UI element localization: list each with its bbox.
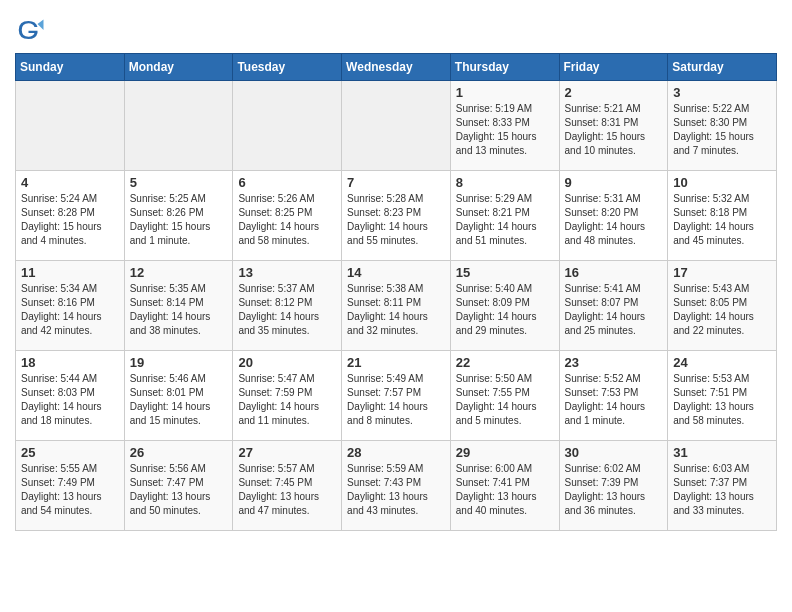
calendar-cell: 29Sunrise: 6:00 AM Sunset: 7:41 PM Dayli… [450,441,559,531]
day-info: Sunrise: 5:40 AM Sunset: 8:09 PM Dayligh… [456,282,554,338]
calendar-table: SundayMondayTuesdayWednesdayThursdayFrid… [15,53,777,531]
day-number: 25 [21,445,119,460]
calendar-cell: 12Sunrise: 5:35 AM Sunset: 8:14 PM Dayli… [124,261,233,351]
day-info: Sunrise: 5:46 AM Sunset: 8:01 PM Dayligh… [130,372,228,428]
day-number: 18 [21,355,119,370]
calendar-cell: 25Sunrise: 5:55 AM Sunset: 7:49 PM Dayli… [16,441,125,531]
day-number: 19 [130,355,228,370]
day-info: Sunrise: 5:37 AM Sunset: 8:12 PM Dayligh… [238,282,336,338]
day-info: Sunrise: 5:19 AM Sunset: 8:33 PM Dayligh… [456,102,554,158]
calendar-cell: 19Sunrise: 5:46 AM Sunset: 8:01 PM Dayli… [124,351,233,441]
day-number: 3 [673,85,771,100]
calendar-cell: 3Sunrise: 5:22 AM Sunset: 8:30 PM Daylig… [668,81,777,171]
day-info: Sunrise: 5:43 AM Sunset: 8:05 PM Dayligh… [673,282,771,338]
day-info: Sunrise: 5:55 AM Sunset: 7:49 PM Dayligh… [21,462,119,518]
day-info: Sunrise: 5:25 AM Sunset: 8:26 PM Dayligh… [130,192,228,248]
calendar-cell: 10Sunrise: 5:32 AM Sunset: 8:18 PM Dayli… [668,171,777,261]
day-number: 26 [130,445,228,460]
calendar-cell [342,81,451,171]
day-number: 16 [565,265,663,280]
calendar-cell: 15Sunrise: 5:40 AM Sunset: 8:09 PM Dayli… [450,261,559,351]
calendar-cell: 7Sunrise: 5:28 AM Sunset: 8:23 PM Daylig… [342,171,451,261]
day-info: Sunrise: 5:22 AM Sunset: 8:30 PM Dayligh… [673,102,771,158]
calendar-cell: 18Sunrise: 5:44 AM Sunset: 8:03 PM Dayli… [16,351,125,441]
calendar-cell: 28Sunrise: 5:59 AM Sunset: 7:43 PM Dayli… [342,441,451,531]
day-info: Sunrise: 6:02 AM Sunset: 7:39 PM Dayligh… [565,462,663,518]
header-cell-friday: Friday [559,54,668,81]
day-number: 1 [456,85,554,100]
day-info: Sunrise: 5:32 AM Sunset: 8:18 PM Dayligh… [673,192,771,248]
calendar-cell: 20Sunrise: 5:47 AM Sunset: 7:59 PM Dayli… [233,351,342,441]
day-number: 4 [21,175,119,190]
day-info: Sunrise: 5:44 AM Sunset: 8:03 PM Dayligh… [21,372,119,428]
calendar-cell: 17Sunrise: 5:43 AM Sunset: 8:05 PM Dayli… [668,261,777,351]
day-info: Sunrise: 5:50 AM Sunset: 7:55 PM Dayligh… [456,372,554,428]
day-number: 12 [130,265,228,280]
calendar-cell: 26Sunrise: 5:56 AM Sunset: 7:47 PM Dayli… [124,441,233,531]
calendar-cell: 14Sunrise: 5:38 AM Sunset: 8:11 PM Dayli… [342,261,451,351]
week-row-4: 18Sunrise: 5:44 AM Sunset: 8:03 PM Dayli… [16,351,777,441]
calendar-cell: 11Sunrise: 5:34 AM Sunset: 8:16 PM Dayli… [16,261,125,351]
day-number: 7 [347,175,445,190]
day-info: Sunrise: 5:38 AM Sunset: 8:11 PM Dayligh… [347,282,445,338]
day-number: 5 [130,175,228,190]
day-info: Sunrise: 5:26 AM Sunset: 8:25 PM Dayligh… [238,192,336,248]
header [15,10,777,45]
calendar-cell [16,81,125,171]
calendar-cell: 9Sunrise: 5:31 AM Sunset: 8:20 PM Daylig… [559,171,668,261]
day-info: Sunrise: 5:53 AM Sunset: 7:51 PM Dayligh… [673,372,771,428]
calendar-cell: 23Sunrise: 5:52 AM Sunset: 7:53 PM Dayli… [559,351,668,441]
day-number: 28 [347,445,445,460]
calendar-cell: 24Sunrise: 5:53 AM Sunset: 7:51 PM Dayli… [668,351,777,441]
calendar-cell: 2Sunrise: 5:21 AM Sunset: 8:31 PM Daylig… [559,81,668,171]
day-info: Sunrise: 5:21 AM Sunset: 8:31 PM Dayligh… [565,102,663,158]
day-info: Sunrise: 5:49 AM Sunset: 7:57 PM Dayligh… [347,372,445,428]
day-info: Sunrise: 5:24 AM Sunset: 8:28 PM Dayligh… [21,192,119,248]
header-cell-monday: Monday [124,54,233,81]
day-number: 9 [565,175,663,190]
day-number: 15 [456,265,554,280]
calendar-cell: 31Sunrise: 6:03 AM Sunset: 7:37 PM Dayli… [668,441,777,531]
week-row-2: 4Sunrise: 5:24 AM Sunset: 8:28 PM Daylig… [16,171,777,261]
calendar-cell [124,81,233,171]
day-info: Sunrise: 5:57 AM Sunset: 7:45 PM Dayligh… [238,462,336,518]
day-info: Sunrise: 5:52 AM Sunset: 7:53 PM Dayligh… [565,372,663,428]
day-number: 20 [238,355,336,370]
day-number: 2 [565,85,663,100]
day-info: Sunrise: 6:03 AM Sunset: 7:37 PM Dayligh… [673,462,771,518]
week-row-3: 11Sunrise: 5:34 AM Sunset: 8:16 PM Dayli… [16,261,777,351]
header-cell-sunday: Sunday [16,54,125,81]
day-info: Sunrise: 5:28 AM Sunset: 8:23 PM Dayligh… [347,192,445,248]
day-number: 24 [673,355,771,370]
day-info: Sunrise: 5:35 AM Sunset: 8:14 PM Dayligh… [130,282,228,338]
header-row: SundayMondayTuesdayWednesdayThursdayFrid… [16,54,777,81]
calendar-cell: 13Sunrise: 5:37 AM Sunset: 8:12 PM Dayli… [233,261,342,351]
day-info: Sunrise: 5:41 AM Sunset: 8:07 PM Dayligh… [565,282,663,338]
day-info: Sunrise: 5:56 AM Sunset: 7:47 PM Dayligh… [130,462,228,518]
calendar-cell: 8Sunrise: 5:29 AM Sunset: 8:21 PM Daylig… [450,171,559,261]
day-number: 8 [456,175,554,190]
day-number: 6 [238,175,336,190]
logo-icon [15,15,45,45]
calendar-cell: 6Sunrise: 5:26 AM Sunset: 8:25 PM Daylig… [233,171,342,261]
day-info: Sunrise: 5:31 AM Sunset: 8:20 PM Dayligh… [565,192,663,248]
day-number: 11 [21,265,119,280]
calendar-cell: 16Sunrise: 5:41 AM Sunset: 8:07 PM Dayli… [559,261,668,351]
header-cell-tuesday: Tuesday [233,54,342,81]
calendar-cell [233,81,342,171]
day-number: 31 [673,445,771,460]
day-number: 22 [456,355,554,370]
header-cell-wednesday: Wednesday [342,54,451,81]
calendar-cell: 22Sunrise: 5:50 AM Sunset: 7:55 PM Dayli… [450,351,559,441]
day-info: Sunrise: 5:29 AM Sunset: 8:21 PM Dayligh… [456,192,554,248]
day-number: 29 [456,445,554,460]
calendar-cell: 4Sunrise: 5:24 AM Sunset: 8:28 PM Daylig… [16,171,125,261]
calendar-cell: 5Sunrise: 5:25 AM Sunset: 8:26 PM Daylig… [124,171,233,261]
day-info: Sunrise: 5:47 AM Sunset: 7:59 PM Dayligh… [238,372,336,428]
calendar-cell: 1Sunrise: 5:19 AM Sunset: 8:33 PM Daylig… [450,81,559,171]
calendar-cell: 21Sunrise: 5:49 AM Sunset: 7:57 PM Dayli… [342,351,451,441]
day-number: 17 [673,265,771,280]
day-number: 10 [673,175,771,190]
day-number: 14 [347,265,445,280]
week-row-5: 25Sunrise: 5:55 AM Sunset: 7:49 PM Dayli… [16,441,777,531]
